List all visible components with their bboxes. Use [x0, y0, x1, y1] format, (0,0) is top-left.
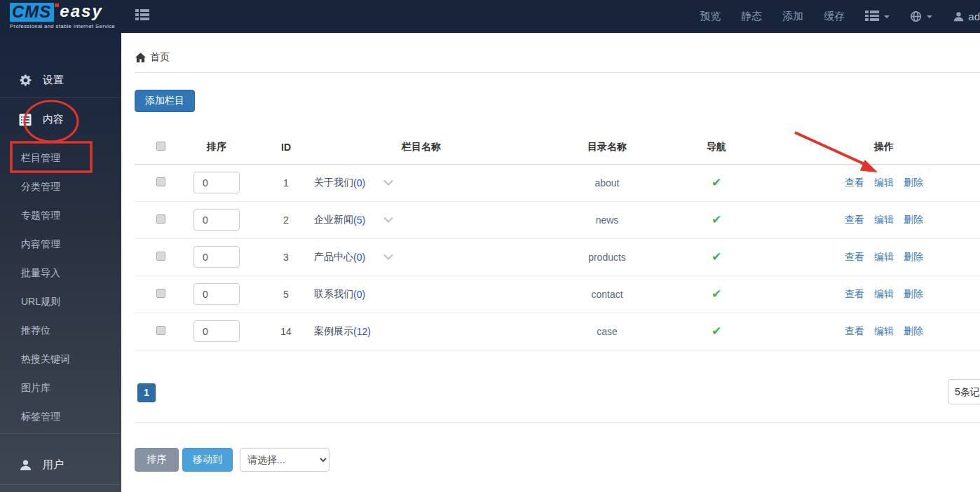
expand-chevron-down-icon[interactable] — [383, 254, 393, 260]
sidebar-item-12[interactable]: 标签管理 — [0, 402, 121, 431]
delete-link[interactable]: 删除 — [904, 288, 923, 299]
sidebar-item-10[interactable]: 热搜关键词 — [0, 345, 121, 374]
nav-item-4[interactable]: 缓存 — [824, 10, 845, 23]
column-name-link[interactable]: 关于我们 — [314, 177, 353, 189]
edit-link[interactable]: 编辑 — [874, 251, 894, 262]
view-link[interactable]: 查看 — [845, 288, 864, 299]
view-link[interactable]: 查看 — [845, 325, 864, 336]
row-checkbox[interactable] — [156, 214, 165, 224]
sidebar-divider — [0, 484, 121, 485]
row-checkbox[interactable] — [156, 252, 165, 261]
column-name-link[interactable]: 企业新闻 — [314, 214, 353, 226]
records-count-badge: 5条记录 — [948, 379, 980, 404]
sidebar-item-14[interactable]: 用户 — [0, 451, 121, 479]
nav-item-3[interactable]: 添加 — [782, 10, 803, 23]
edit-link[interactable]: 编辑 — [874, 288, 894, 299]
select-all-checkbox[interactable] — [156, 142, 165, 151]
nav-check-icon: ✔ — [712, 324, 721, 338]
sidebar-item-label: 内容管理 — [21, 238, 60, 251]
delete-link[interactable]: 删除 — [904, 325, 923, 336]
sidebar-item-6[interactable]: 内容管理 — [0, 230, 121, 259]
expand-chevron-down-icon[interactable] — [383, 217, 393, 223]
nav-check-icon: ✔ — [712, 250, 721, 264]
delete-link[interactable]: 删除 — [904, 177, 923, 188]
column-name-link[interactable]: 联系我们 — [314, 288, 353, 301]
sort-order-input[interactable] — [193, 283, 240, 305]
page-1-button[interactable]: 1 — [137, 383, 156, 402]
list-dropdown[interactable] — [865, 11, 890, 22]
directory-name: products — [540, 238, 674, 275]
sort-order-input[interactable] — [193, 172, 240, 193]
row-checkbox[interactable] — [156, 177, 165, 186]
chevron-down-icon — [884, 15, 890, 18]
breadcrumb-home-label[interactable]: 首页 — [150, 51, 170, 64]
sort-order-input[interactable] — [193, 320, 240, 342]
edit-link[interactable]: 编辑 — [874, 177, 894, 188]
column-count-link[interactable]: (5) — [353, 214, 365, 226]
header-sort: 排序 — [187, 131, 246, 164]
view-link[interactable]: 查看 — [845, 214, 864, 225]
breadcrumb: 首页 — [135, 50, 980, 64]
sidebar-item-2[interactable]: 内容 — [0, 105, 121, 134]
directory-name: about — [540, 164, 674, 201]
table-row: 14案例展示(12)case✔查看编辑删除 — [135, 313, 980, 350]
sort-button[interactable]: 排序 — [135, 448, 179, 472]
table-row: 3产品中心(0)products✔查看编辑删除 — [135, 238, 980, 275]
sidebar-item-8[interactable]: URL规则 — [0, 287, 121, 316]
move-target-select[interactable]: 请选择... — [240, 448, 329, 472]
language-dropdown[interactable] — [910, 11, 932, 22]
sidebar-toggle-icon[interactable] — [135, 9, 149, 22]
delete-link[interactable]: 删除 — [904, 251, 923, 262]
logo-easy-text: easy — [60, 3, 102, 20]
sidebar-item-label: 标签管理 — [21, 411, 60, 423]
sidebar-item-4[interactable]: 分类管理 — [0, 172, 121, 201]
sidebar-item-label: URL规则 — [21, 296, 60, 308]
row-checkbox[interactable] — [156, 326, 165, 335]
nav-check-icon: ✔ — [712, 287, 721, 301]
edit-link[interactable]: 编辑 — [874, 325, 894, 336]
column-count-link[interactable]: (0) — [353, 177, 365, 189]
column-name-link[interactable]: 案例展示 — [314, 325, 353, 338]
nav-check-icon: ✔ — [712, 176, 721, 189]
top-navbar: CMSeasy Professional and stable Internet… — [0, 0, 980, 33]
column-count-link[interactable]: (0) — [353, 289, 365, 300]
column-id: 2 — [246, 201, 302, 238]
sort-order-input[interactable] — [193, 209, 240, 231]
sidebar: 设置内容栏目管理分类管理专题管理内容管理批量导入URL规则推荐位热搜关键词图片库… — [0, 33, 121, 492]
move-to-button[interactable]: 移动到 — [182, 448, 233, 472]
sidebar-menu: 设置内容栏目管理分类管理专题管理内容管理批量导入URL规则推荐位热搜关键词图片库… — [0, 33, 121, 479]
column-id: 5 — [246, 275, 302, 313]
divider — [135, 422, 980, 423]
sort-order-input[interactable] — [193, 246, 240, 268]
cmseasy-logo: CMSeasy Professional and stable Internet… — [10, 3, 115, 29]
nav-item-1[interactable]: 预览 — [700, 10, 721, 23]
sidebar-item-11[interactable]: 图片库 — [0, 374, 121, 402]
sidebar-item-3[interactable]: 栏目管理 — [0, 144, 121, 172]
sidebar-item-5[interactable]: 专题管理 — [0, 201, 121, 230]
add-column-button[interactable]: 添加栏目 — [135, 90, 195, 112]
delete-link[interactable]: 删除 — [904, 214, 923, 225]
header-nav: 导航 — [674, 131, 759, 164]
view-link[interactable]: 查看 — [845, 251, 864, 262]
list-icon — [865, 11, 879, 22]
nav-item-2[interactable]: 静态 — [741, 10, 762, 23]
sidebar-item-0[interactable]: 设置 — [0, 66, 121, 95]
navbar-menu: 预览静态添加缓存 — [700, 10, 865, 23]
column-id: 3 — [246, 238, 302, 275]
column-name-link[interactable]: 产品中心 — [314, 251, 353, 264]
column-count-link[interactable]: (12) — [353, 326, 371, 337]
sidebar-item-7[interactable]: 批量导入 — [0, 259, 121, 287]
edit-link[interactable]: 编辑 — [874, 214, 894, 225]
nav-check-icon: ✔ — [712, 213, 721, 226]
user-account[interactable]: ad — [953, 11, 980, 22]
sidebar-item-label: 设置 — [43, 74, 64, 87]
logo-cms-text: CMS — [10, 3, 54, 22]
sidebar-item-9[interactable]: 推荐位 — [0, 316, 121, 345]
sidebar-item-label: 热搜关键词 — [21, 353, 70, 366]
column-count-link[interactable]: (0) — [353, 252, 365, 263]
expand-chevron-down-icon[interactable] — [383, 179, 393, 186]
sidebar-item-label: 推荐位 — [21, 324, 50, 337]
row-checkbox[interactable] — [156, 289, 165, 298]
navbar-right-menu: 预览静态添加缓存 ad — [700, 0, 980, 33]
view-link[interactable]: 查看 — [845, 177, 864, 188]
